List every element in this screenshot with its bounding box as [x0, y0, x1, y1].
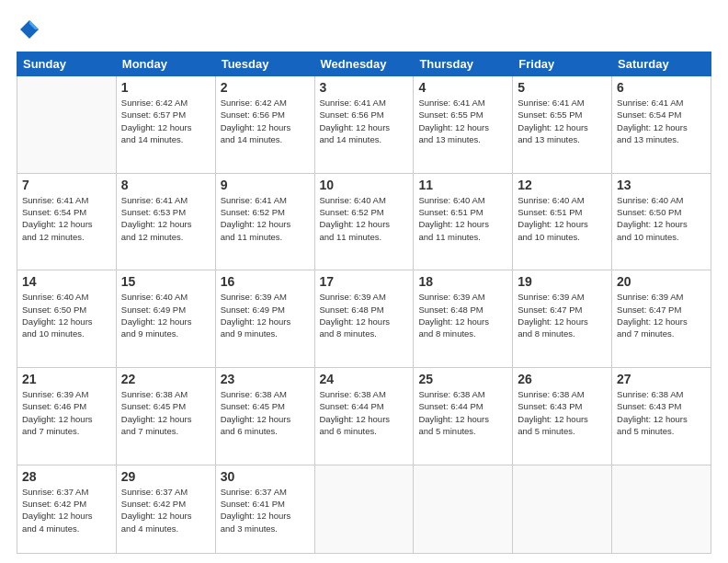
- day-info: Sunrise: 6:40 AM Sunset: 6:50 PM Dayligh…: [22, 291, 111, 339]
- day-cell: 20Sunrise: 6:39 AM Sunset: 6:47 PM Dayli…: [612, 270, 711, 368]
- day-info: Sunrise: 6:38 AM Sunset: 6:44 PM Dayligh…: [320, 388, 409, 437]
- day-number: 20: [617, 274, 706, 289]
- calendar-page: SundayMondayTuesdayWednesdayThursdayFrid…: [0, 0, 728, 563]
- day-info: Sunrise: 6:40 AM Sunset: 6:50 PM Dayligh…: [617, 194, 706, 243]
- week-row-3: 14Sunrise: 6:40 AM Sunset: 6:50 PM Dayli…: [17, 270, 711, 368]
- week-row-5: 28Sunrise: 6:37 AM Sunset: 6:42 PM Dayli…: [17, 465, 711, 553]
- header: [17, 17, 711, 42]
- weekday-header-wednesday: Wednesday: [314, 52, 414, 76]
- day-info: Sunrise: 6:37 AM Sunset: 6:42 PM Dayligh…: [121, 486, 210, 534]
- day-number: 19: [518, 274, 607, 289]
- day-info: Sunrise: 6:41 AM Sunset: 6:54 PM Dayligh…: [617, 97, 706, 145]
- day-info: Sunrise: 6:39 AM Sunset: 6:49 PM Dayligh…: [221, 291, 310, 339]
- day-number: 30: [221, 469, 310, 484]
- day-cell: 7Sunrise: 6:41 AM Sunset: 6:54 PM Daylig…: [17, 173, 117, 270]
- day-info: Sunrise: 6:41 AM Sunset: 6:56 PM Dayligh…: [320, 97, 409, 145]
- day-info: Sunrise: 6:40 AM Sunset: 6:51 PM Dayligh…: [518, 194, 607, 243]
- day-cell: 12Sunrise: 6:40 AM Sunset: 6:51 PM Dayli…: [513, 173, 612, 270]
- day-cell: [414, 465, 513, 553]
- day-cell: 1Sunrise: 6:42 AM Sunset: 6:57 PM Daylig…: [116, 76, 215, 174]
- day-info: Sunrise: 6:39 AM Sunset: 6:47 PM Dayligh…: [617, 291, 706, 339]
- day-info: Sunrise: 6:40 AM Sunset: 6:52 PM Dayligh…: [320, 194, 409, 243]
- day-number: 5: [518, 80, 607, 95]
- calendar-table: SundayMondayTuesdayWednesdayThursdayFrid…: [17, 52, 711, 554]
- day-info: Sunrise: 6:37 AM Sunset: 6:42 PM Dayligh…: [22, 486, 111, 534]
- day-cell: [17, 76, 117, 174]
- day-cell: 6Sunrise: 6:41 AM Sunset: 6:54 PM Daylig…: [612, 76, 711, 174]
- day-info: Sunrise: 6:42 AM Sunset: 6:57 PM Dayligh…: [121, 97, 210, 145]
- day-info: Sunrise: 6:41 AM Sunset: 6:52 PM Dayligh…: [221, 194, 310, 243]
- day-number: 4: [418, 80, 507, 95]
- day-info: Sunrise: 6:42 AM Sunset: 6:56 PM Dayligh…: [221, 97, 310, 145]
- day-number: 21: [22, 372, 111, 386]
- day-number: 29: [121, 469, 210, 484]
- logo-icon: [17, 17, 42, 42]
- day-cell: 22Sunrise: 6:38 AM Sunset: 6:45 PM Dayli…: [116, 368, 215, 465]
- day-cell: 9Sunrise: 6:41 AM Sunset: 6:52 PM Daylig…: [215, 173, 314, 270]
- day-info: Sunrise: 6:41 AM Sunset: 6:55 PM Dayligh…: [418, 97, 507, 145]
- day-cell: 27Sunrise: 6:38 AM Sunset: 6:43 PM Dayli…: [612, 368, 711, 465]
- day-info: Sunrise: 6:41 AM Sunset: 6:55 PM Dayligh…: [518, 97, 607, 145]
- logo: [17, 17, 46, 42]
- day-cell: [612, 465, 711, 553]
- day-info: Sunrise: 6:41 AM Sunset: 6:53 PM Dayligh…: [121, 194, 210, 243]
- weekday-header-monday: Monday: [116, 52, 215, 76]
- day-cell: [314, 465, 414, 553]
- day-cell: 21Sunrise: 6:39 AM Sunset: 6:46 PM Dayli…: [17, 368, 117, 465]
- day-cell: 26Sunrise: 6:38 AM Sunset: 6:43 PM Dayli…: [513, 368, 612, 465]
- day-info: Sunrise: 6:41 AM Sunset: 6:54 PM Dayligh…: [22, 194, 111, 243]
- day-cell: 25Sunrise: 6:38 AM Sunset: 6:44 PM Dayli…: [414, 368, 513, 465]
- weekday-header-friday: Friday: [513, 52, 612, 76]
- day-info: Sunrise: 6:39 AM Sunset: 6:47 PM Dayligh…: [518, 291, 607, 339]
- day-cell: 17Sunrise: 6:39 AM Sunset: 6:48 PM Dayli…: [314, 270, 414, 368]
- day-cell: 2Sunrise: 6:42 AM Sunset: 6:56 PM Daylig…: [215, 76, 314, 174]
- day-number: 18: [418, 274, 507, 289]
- day-info: Sunrise: 6:40 AM Sunset: 6:49 PM Dayligh…: [121, 291, 210, 339]
- day-cell: 5Sunrise: 6:41 AM Sunset: 6:55 PM Daylig…: [513, 76, 612, 174]
- day-cell: 8Sunrise: 6:41 AM Sunset: 6:53 PM Daylig…: [116, 173, 215, 270]
- day-number: 12: [518, 178, 607, 192]
- day-info: Sunrise: 6:38 AM Sunset: 6:45 PM Dayligh…: [121, 388, 210, 437]
- day-info: Sunrise: 6:38 AM Sunset: 6:45 PM Dayligh…: [221, 388, 310, 437]
- day-cell: 18Sunrise: 6:39 AM Sunset: 6:48 PM Dayli…: [414, 270, 513, 368]
- weekday-header-saturday: Saturday: [612, 52, 711, 76]
- weekday-header-thursday: Thursday: [414, 52, 513, 76]
- day-cell: 4Sunrise: 6:41 AM Sunset: 6:55 PM Daylig…: [414, 76, 513, 174]
- day-number: 9: [221, 178, 310, 192]
- day-number: 3: [320, 80, 409, 95]
- day-info: Sunrise: 6:38 AM Sunset: 6:43 PM Dayligh…: [617, 388, 706, 437]
- day-number: 28: [22, 469, 111, 484]
- day-cell: 23Sunrise: 6:38 AM Sunset: 6:45 PM Dayli…: [215, 368, 314, 465]
- day-cell: [513, 465, 612, 553]
- weekday-header-tuesday: Tuesday: [215, 52, 314, 76]
- day-info: Sunrise: 6:38 AM Sunset: 6:44 PM Dayligh…: [418, 388, 507, 437]
- day-number: 13: [617, 178, 706, 192]
- day-cell: 28Sunrise: 6:37 AM Sunset: 6:42 PM Dayli…: [17, 465, 117, 553]
- header-row: SundayMondayTuesdayWednesdayThursdayFrid…: [17, 52, 711, 76]
- day-number: 11: [418, 178, 507, 192]
- day-number: 16: [221, 274, 310, 289]
- day-cell: 13Sunrise: 6:40 AM Sunset: 6:50 PM Dayli…: [612, 173, 711, 270]
- day-number: 2: [221, 80, 310, 95]
- day-cell: 3Sunrise: 6:41 AM Sunset: 6:56 PM Daylig…: [314, 76, 414, 174]
- day-cell: 15Sunrise: 6:40 AM Sunset: 6:49 PM Dayli…: [116, 270, 215, 368]
- day-number: 26: [518, 372, 607, 386]
- week-row-1: 1Sunrise: 6:42 AM Sunset: 6:57 PM Daylig…: [17, 76, 711, 174]
- day-info: Sunrise: 6:37 AM Sunset: 6:41 PM Dayligh…: [221, 486, 310, 534]
- day-info: Sunrise: 6:39 AM Sunset: 6:48 PM Dayligh…: [418, 291, 507, 339]
- day-info: Sunrise: 6:38 AM Sunset: 6:43 PM Dayligh…: [518, 388, 607, 437]
- day-cell: 24Sunrise: 6:38 AM Sunset: 6:44 PM Dayli…: [314, 368, 414, 465]
- day-cell: 10Sunrise: 6:40 AM Sunset: 6:52 PM Dayli…: [314, 173, 414, 270]
- day-cell: 30Sunrise: 6:37 AM Sunset: 6:41 PM Dayli…: [215, 465, 314, 553]
- day-cell: 11Sunrise: 6:40 AM Sunset: 6:51 PM Dayli…: [414, 173, 513, 270]
- day-number: 8: [121, 178, 210, 192]
- day-cell: 16Sunrise: 6:39 AM Sunset: 6:49 PM Dayli…: [215, 270, 314, 368]
- day-number: 17: [320, 274, 409, 289]
- day-number: 14: [22, 274, 111, 289]
- day-info: Sunrise: 6:39 AM Sunset: 6:46 PM Dayligh…: [22, 388, 111, 437]
- day-info: Sunrise: 6:40 AM Sunset: 6:51 PM Dayligh…: [418, 194, 507, 243]
- day-number: 27: [617, 372, 706, 386]
- weekday-header-sunday: Sunday: [17, 52, 117, 76]
- day-number: 23: [221, 372, 310, 386]
- day-number: 15: [121, 274, 210, 289]
